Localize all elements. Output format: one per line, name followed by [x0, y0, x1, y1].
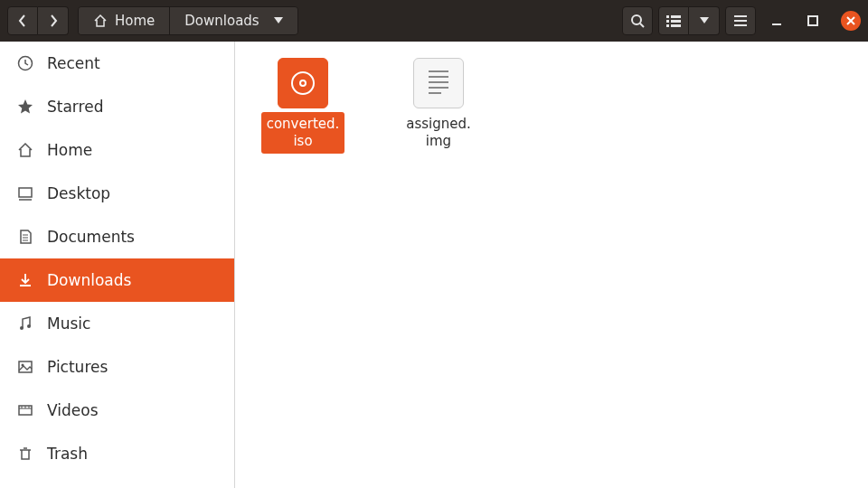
minimize-button[interactable] [761, 6, 792, 35]
file-item[interactable]: converted. iso [253, 58, 353, 154]
list-view-icon [666, 14, 681, 27]
hamburger-menu-button[interactable] [725, 6, 756, 35]
path-segment-downloads[interactable]: Downloads [170, 7, 297, 34]
sidebar-item-label: Documents [47, 228, 135, 246]
file-item[interactable]: assigned. img [389, 58, 488, 154]
music-icon [16, 315, 34, 332]
chevron-right-icon [49, 14, 58, 27]
svg-point-31 [300, 80, 306, 86]
path-label: Home [115, 13, 155, 29]
sidebar-item-home[interactable]: Home [0, 128, 234, 172]
sidebar-item-label: Desktop [47, 184, 110, 202]
maximize-button[interactable] [797, 6, 828, 35]
text-file-icon [413, 58, 464, 108]
maximize-icon [807, 15, 818, 26]
svg-rect-16 [19, 188, 32, 197]
sidebar-item-trash[interactable]: Trash [0, 432, 234, 475]
back-button[interactable] [7, 6, 38, 35]
sidebar-item-recent[interactable]: Recent [0, 42, 234, 85]
sidebar-item-pictures[interactable]: Pictures [0, 345, 234, 389]
svg-rect-7 [671, 24, 681, 27]
sidebar-item-downloads[interactable]: Downloads [0, 258, 234, 302]
home-icon [93, 14, 108, 28]
svg-point-30 [292, 72, 314, 94]
hamburger-icon [734, 15, 747, 26]
sidebar-item-label: Videos [47, 401, 99, 419]
sidebar-item-label: Trash [47, 445, 88, 463]
svg-line-1 [640, 23, 644, 27]
path-bar: Home Downloads [78, 6, 298, 35]
documents-icon [16, 229, 34, 245]
disc-image-icon [278, 58, 328, 108]
view-dropdown-button[interactable] [689, 6, 720, 35]
chevron-left-icon [18, 14, 27, 27]
star-icon [16, 99, 34, 115]
svg-rect-2 [666, 15, 669, 18]
videos-icon [16, 402, 34, 418]
path-segment-home[interactable]: Home [79, 7, 170, 34]
svg-rect-12 [808, 16, 817, 25]
path-label: Downloads [184, 13, 259, 29]
file-name-label: assigned. img [401, 112, 476, 154]
sidebar-item-label: Starred [47, 98, 103, 116]
minimize-icon [771, 15, 782, 26]
pictures-icon [16, 359, 34, 375]
forward-button[interactable] [38, 6, 69, 35]
sidebar-item-videos[interactable]: Videos [0, 389, 234, 432]
svg-point-21 [20, 326, 24, 330]
home-icon [16, 142, 34, 158]
sidebar-item-label: Recent [47, 54, 100, 72]
close-icon [846, 16, 855, 25]
header-bar: Home Downloads [0, 0, 868, 42]
svg-point-22 [27, 324, 31, 328]
svg-rect-4 [666, 20, 669, 23]
sidebar-item-documents[interactable]: Documents [0, 215, 234, 258]
clock-icon [16, 55, 34, 71]
sidebar-item-desktop[interactable]: Desktop [0, 172, 234, 215]
svg-rect-5 [671, 20, 681, 23]
sidebar-item-label: Music [47, 314, 90, 333]
svg-rect-3 [671, 15, 681, 18]
sidebar-item-label: Pictures [47, 358, 108, 376]
svg-point-0 [632, 15, 641, 24]
nav-buttons [7, 6, 69, 35]
search-button[interactable] [622, 6, 653, 35]
view-list-button[interactable] [658, 6, 689, 35]
close-button[interactable] [841, 11, 861, 31]
file-name-label: converted. iso [261, 112, 345, 154]
desktop-icon [16, 185, 34, 202]
sidebar-item-label: Home [47, 141, 92, 159]
view-controls [658, 6, 720, 35]
sidebar-item-starred[interactable]: Starred [0, 85, 234, 128]
sidebar-item-label: Downloads [47, 271, 131, 289]
dropdown-arrow-icon [274, 17, 283, 24]
file-icon-view[interactable]: converted. iso assigned. img [235, 42, 868, 488]
sidebar: Recent Starred Home Desktop Documents [0, 42, 235, 488]
sidebar-item-music[interactable]: Music [0, 302, 234, 345]
chevron-down-icon [700, 17, 709, 24]
search-icon [630, 14, 645, 28]
svg-rect-6 [666, 24, 669, 27]
trash-icon [16, 446, 34, 462]
downloads-icon [16, 272, 34, 288]
